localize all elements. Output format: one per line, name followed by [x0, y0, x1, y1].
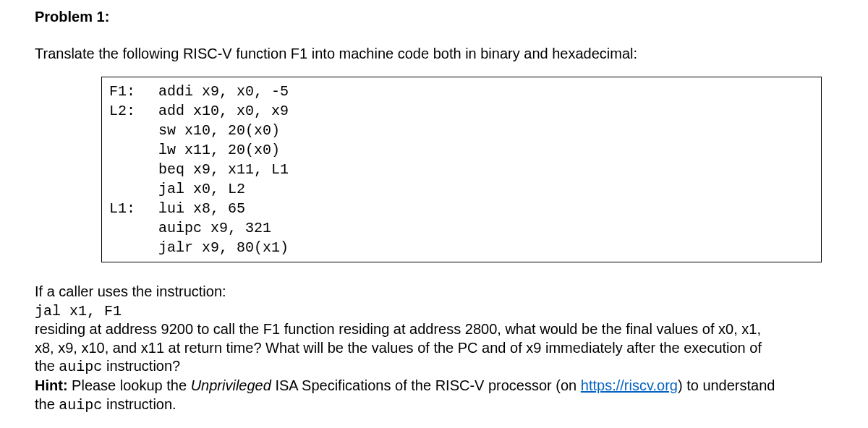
hint-italic: Unprivileged [191, 377, 271, 393]
question-line: residing at address 9200 to call the F1 … [35, 321, 761, 337]
code-instr: addi x9, x0, -5 [158, 82, 289, 101]
code-label [109, 140, 158, 160]
hint-link[interactable]: https://riscv.org [581, 377, 678, 393]
code-row: L2:add x10, x0, x9 [109, 101, 814, 121]
hint-text: ) to understand [678, 377, 775, 393]
code-label [109, 218, 158, 238]
code-label [109, 238, 158, 257]
hint-text: Please lookup the [72, 377, 191, 393]
code-label: F1: [109, 82, 158, 101]
code-row: auipc x9, 321 [109, 218, 814, 238]
question-line-suffix: instruction? [102, 358, 180, 374]
code-row: L1:lui x8, 65 [109, 199, 814, 218]
problem-title: Problem 1: [35, 9, 855, 25]
hint-auipc: auipc [59, 397, 102, 414]
code-label [109, 121, 158, 140]
code-label: L2: [109, 101, 158, 121]
code-row: lw x11, 20(x0) [109, 140, 814, 160]
intro-text: Translate the following RISC-V function … [35, 46, 855, 62]
code-instr: auipc x9, 321 [158, 218, 271, 238]
code-instr: beq x9, x11, L1 [158, 160, 289, 179]
page: Problem 1: Translate the following RISC-… [0, 0, 868, 414]
code-row: jalr x9, 80(x1) [109, 238, 814, 257]
code-instr: lw x11, 20(x0) [158, 140, 280, 160]
code-instr: jal x0, L2 [158, 179, 245, 199]
question-auipc: auipc [59, 359, 102, 375]
question-body: If a caller uses the instruction: jal x1… [35, 283, 855, 414]
code-instr: sw x10, 20(x0) [158, 121, 280, 140]
code-instr: jalr x9, 80(x1) [158, 238, 289, 257]
hint-line-suffix: instruction. [102, 396, 176, 412]
code-block: F1:addi x9, x0, -5 L2:add x10, x0, x9 sw… [101, 77, 822, 262]
question-jal: jal x1, F1 [35, 303, 122, 320]
code-label [109, 179, 158, 199]
code-instr: add x10, x0, x9 [158, 101, 289, 121]
question-line: x8, x9, x10, and x11 at return time? Wha… [35, 340, 762, 356]
hint-label: Hint: [35, 377, 72, 393]
code-instr: lui x8, 65 [158, 199, 245, 218]
code-row: jal x0, L2 [109, 179, 814, 199]
question-line-prefix: the [35, 358, 59, 374]
question-line: If a caller uses the instruction: [35, 283, 226, 299]
code-row: beq x9, x11, L1 [109, 160, 814, 179]
code-label: L1: [109, 199, 158, 218]
code-row: sw x10, 20(x0) [109, 121, 814, 140]
code-label [109, 160, 158, 179]
hint-text: ISA Specifications of the RISC-V process… [271, 377, 581, 393]
hint-line-prefix: the [35, 396, 59, 412]
code-row: F1:addi x9, x0, -5 [109, 82, 814, 101]
